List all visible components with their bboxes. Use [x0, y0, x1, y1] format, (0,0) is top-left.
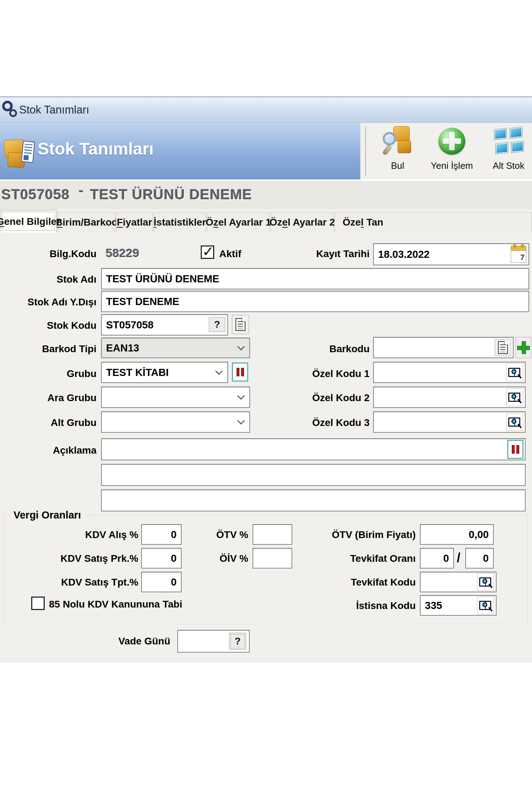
ozel-kodu3-label: Özel Kodu 3	[291, 417, 370, 428]
alt-stok-button-label: Alt Stok	[485, 160, 532, 171]
document-icon	[498, 341, 508, 354]
grubu-pause-button[interactable]	[232, 362, 248, 382]
yeni-islem-button-label: Yeni İşlem	[423, 160, 480, 171]
form-header: Stok Tanımları Bul Yeni İşlem Alt Stok	[0, 123, 532, 179]
kdv85-checkbox[interactable]	[31, 597, 45, 610]
tevkifat-kodu-lookup-button[interactable]	[477, 573, 494, 591]
toolbar-divider	[365, 126, 366, 176]
kayit-tarihi-field[interactable]: 18.03.2022 7	[373, 243, 529, 265]
stok-adi-field[interactable]: TEST ÜRÜNÜ DENEME	[101, 268, 529, 289]
page-title: Stok Tanımları	[38, 139, 154, 159]
stok-kodu-help-button[interactable]: ?	[209, 317, 225, 332]
tab-istatistikler[interactable]: İstatistikler	[154, 212, 206, 232]
aciklama-line3-field[interactable]	[101, 489, 526, 511]
tab-genel-bilgiler[interactable]: Genel Bilgiler	[0, 210, 57, 233]
stok-adi-value: TEST ÜRÜNÜ DENEME	[106, 273, 219, 285]
aktif-label: Aktif	[219, 248, 241, 260]
alt-stok-button[interactable]: Alt Stok	[485, 125, 532, 178]
aciklama-field[interactable]	[101, 438, 526, 460]
kdv-satis-prk-field[interactable]: 0	[141, 548, 182, 569]
bul-button[interactable]: Bul	[375, 125, 421, 178]
chevron-down-icon	[215, 367, 223, 375]
ara-grubu-label: Ara Grubu	[7, 392, 96, 404]
barkodu-doc-button[interactable]	[495, 339, 511, 356]
ozel-kodu1-field[interactable]	[373, 362, 526, 383]
alt-grubu-dropdown[interactable]	[101, 411, 250, 433]
kdv-alis-label: KDV Alış %	[21, 529, 138, 541]
tevkifat-num-value: 0	[443, 553, 449, 564]
bilg-kodu-value: 58229	[106, 246, 139, 260]
barkod-add-button[interactable]	[516, 337, 531, 358]
kdv-alis-value: 0	[171, 529, 177, 541]
otv-label: ÖTV %	[184, 529, 248, 541]
ozel-kodu3-field[interactable]	[373, 411, 526, 433]
ozel-kodu2-label: Özel Kodu 2	[291, 392, 370, 404]
stok-tanimlari-window: Stok Tanımları Stok Tanımları Bul Yeni İ…	[0, 0, 532, 798]
book-search-icon	[508, 417, 521, 427]
kdv-satis-prk-label: KDV Satış Prk.%	[21, 553, 138, 564]
book-search-icon	[479, 577, 492, 587]
otv-birim-label: ÖTV (Birim Fiyatı)	[312, 529, 416, 541]
kayit-tarihi-label: Kayıt Tarihi	[291, 248, 370, 260]
plus-icon	[517, 341, 530, 354]
tevkifat-num-field[interactable]: 0	[420, 548, 454, 569]
vade-gunu-help-button[interactable]: ?	[229, 633, 246, 650]
app-gear-icon	[1, 100, 18, 118]
barkod-tipi-label: Barkod Tipi	[7, 343, 96, 355]
stok-adi-yd-field[interactable]: TEST DENEME	[101, 291, 529, 312]
oiv-field[interactable]	[253, 548, 292, 569]
aciklama-pause-button[interactable]	[507, 440, 523, 459]
tevkifat-kodu-field[interactable]	[420, 572, 497, 592]
calendar-icon[interactable]: 7	[511, 246, 526, 263]
chevron-down-icon	[237, 343, 245, 350]
tab-birim-barkod[interactable]: Birim/Barkod	[58, 212, 115, 232]
kdv85-label: 85 Nolu KDV Kanununa Tabi	[49, 599, 182, 610]
vade-gunu-label: Vade Günü	[99, 636, 170, 647]
search-boxes-icon	[383, 126, 412, 159]
tab-ozel-ayarlar-1[interactable]: Özel Ayarlar 1	[207, 212, 270, 232]
kdv-satis-tpt-value: 0	[171, 576, 177, 588]
ozel-kodu3-lookup-button[interactable]	[506, 413, 523, 431]
aktif-checkbox[interactable]	[201, 245, 214, 259]
ara-grubu-dropdown[interactable]	[101, 387, 250, 408]
ozel-kodu2-field[interactable]	[373, 387, 526, 408]
vade-gunu-field[interactable]: ?	[177, 630, 250, 653]
barkodu-label: Barkodu	[291, 343, 370, 355]
tevkifat-den-field[interactable]: 0	[465, 548, 494, 569]
tab-ozel-tanimlar[interactable]: Özel Tan	[334, 212, 532, 232]
stok-kodu-doc-button[interactable]	[232, 315, 249, 334]
chevron-down-icon	[237, 392, 245, 400]
ozel-kodu1-lookup-button[interactable]	[506, 364, 523, 381]
istisna-kodu-value: 335	[425, 600, 442, 611]
istisna-kodu-lookup-button[interactable]	[477, 597, 494, 614]
tevkifat-orani-label: Tevkifat Oranı	[312, 553, 416, 564]
yeni-islem-button[interactable]: Yeni İşlem	[423, 125, 480, 178]
barkod-tipi-dropdown[interactable]: EAN13	[101, 338, 250, 358]
record-separator: -	[79, 182, 83, 198]
stok-adi-yd-label: Stok Adı Y.Dışı	[7, 297, 96, 308]
alt-grubu-label: Alt Grubu	[7, 417, 96, 428]
istisna-kodu-field[interactable]: 335	[420, 595, 497, 616]
tab-ozel-ayarlar-2[interactable]: Özel Ayarlar 2	[271, 212, 334, 232]
ozel-kodu1-label: Özel Kodu 1	[291, 368, 370, 379]
kayit-tarihi-value: 18.03.2022	[378, 249, 430, 260]
ozel-kodu2-lookup-button[interactable]	[506, 388, 523, 406]
kdv-satis-tpt-field[interactable]: 0	[141, 572, 182, 592]
otv-field[interactable]	[253, 524, 292, 545]
kdv-satis-prk-value: 0	[171, 553, 177, 564]
kdv-alis-field[interactable]: 0	[141, 524, 182, 545]
record-header-bar: ST057058 - TEST ÜRÜNÜ DENEME	[0, 181, 532, 209]
chevron-down-icon	[237, 417, 245, 425]
book-search-icon	[508, 367, 521, 378]
tevkifat-kodu-label: Tevkifat Kodu	[312, 577, 416, 588]
stok-kodu-label: Stok Kodu	[7, 320, 96, 331]
tab-fiyatlar[interactable]: Fiyatlar	[116, 212, 153, 232]
grubu-label: Grubu	[7, 368, 96, 379]
otv-birim-field[interactable]: 0,00	[420, 524, 494, 545]
stok-adi-yd-value: TEST DENEME	[106, 296, 179, 307]
aciklama-line2-field[interactable]	[101, 464, 526, 486]
stok-kodu-field[interactable]: ST057058 ?	[101, 314, 228, 336]
grubu-dropdown[interactable]: TEST KİTABI	[101, 362, 228, 383]
stok-adi-label: Stok Adı	[7, 274, 96, 285]
barkodu-field[interactable]	[373, 337, 514, 358]
